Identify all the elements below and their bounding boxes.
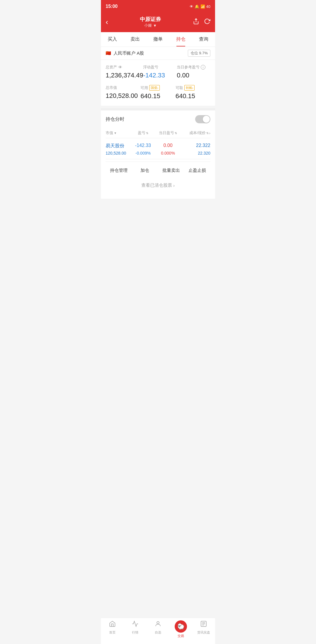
sort-arrow-cost: ⇅ [206,131,209,135]
holdings-title: 持仓分时 [106,116,124,122]
summary-row-1: 总资产 👁 1,236,374.49 浮动盈亏 -142.33 当日参考盈亏 i… [106,65,210,79]
stock-cost-price: 22.322 [181,143,210,149]
total-assets-value: 1,236,374.49 [106,72,143,79]
tab-buy[interactable]: 买入 [101,32,124,46]
position-manage-button[interactable]: 持仓管理 [106,167,132,174]
app-title: 中原证券 [140,16,161,23]
summary-section: 总资产 👁 1,236,374.49 浮动盈亏 -142.33 当日参考盈亏 i… [101,60,215,106]
transfer-badge[interactable]: 转账 › [184,85,195,91]
stock-daily-pnl-pct: 0.000% [155,151,180,155]
header-icons [193,18,210,26]
header-subtitle: 小娅 ▼ [140,23,161,28]
battery-status-icon: 40 [206,4,210,9]
floating-pnl: 浮动盈亏 -142.33 [143,65,177,79]
stock-row: 易天股份 -142.33 0.00 22.322 120,528.00 -0.0… [106,139,210,159]
stock-row-top: 易天股份 -142.33 0.00 22.322 [106,143,210,149]
available-funds: 可用 国债 › 640.15 [140,85,175,100]
withdrawable-value: 640.15 [176,92,210,100]
total-mktval-label: 总市值 [106,85,140,90]
eye-icon[interactable]: 👁 [118,65,122,70]
sort-arrow-pnl: ⇅ [146,131,148,135]
account-bar: 🇨🇳 人民币账户 A股 仓位 9.7% [101,47,215,60]
th-daily-pnl[interactable]: 当日盈亏 ⇅ [155,130,180,136]
user-name: 小娅 [144,23,152,28]
position-badge: 仓位 9.7% [188,50,210,57]
sort-arrow-mktval: ▼ [114,131,117,135]
bell-status-icon: 🔔 [195,4,199,9]
th-pnl[interactable]: 盈亏 ⇅ [130,130,155,136]
withdrawable-label: 可取 转账 › [176,85,210,91]
daily-pnl-value: 0.00 [177,72,210,79]
floating-pnl-label: 浮动盈亏 [143,65,177,70]
total-assets-label: 总资产 👁 [106,65,143,70]
stock-name[interactable]: 易天股份 [106,143,130,149]
info-icon[interactable]: i [201,65,205,70]
stock-row-bottom: 120,528.00 -0.009% 0.000% 22.320 [106,151,210,155]
summary-row-2: 总市值 120,528.00 可用 国债 › 640.15 可取 转账 [106,85,210,100]
stop-loss-button[interactable]: 止盈止损 [184,167,211,174]
tab-sell[interactable]: 卖出 [124,32,147,46]
status-bar: 15:00 👁 🔔 📶 40 [101,0,215,13]
share-icon[interactable] [193,18,199,26]
tab-query[interactable]: 查询 [192,32,215,46]
available-value: 640.15 [140,92,175,100]
guozhai-badge[interactable]: 国债 › [149,85,160,91]
eye-status-icon: 👁 [190,4,193,9]
tab-holdings[interactable]: 持仓 [169,32,192,46]
th-market-value[interactable]: 市值 ▼ [106,130,130,136]
available-label: 可用 国债 › [140,85,175,91]
total-market-value: 总市值 120,528.00 [106,85,140,100]
toggle-knob [203,116,210,123]
refresh-icon[interactable] [204,18,210,26]
section-divider [101,108,215,110]
batch-sell-button[interactable]: 批量卖出 [158,167,184,174]
extra-arrow-icon: › [209,131,210,135]
header: ‹ 中原证券 小娅 ▼ [101,13,215,32]
stock-pnl: -142.33 [130,143,155,149]
th-cost-price[interactable]: 成本/现价 ⇅ › [181,130,210,136]
status-icons: 👁 🔔 📶 40 [190,4,210,9]
tab-cancel[interactable]: 撤单 [147,32,169,46]
holdings-header: 持仓分时 [106,115,210,123]
holdings-time-toggle[interactable] [195,115,210,123]
account-info: 🇨🇳 人民币账户 A股 [106,51,144,56]
cn-flag-icon: 🇨🇳 [106,51,111,56]
back-button[interactable]: ‹ [106,18,108,27]
table-header: 市值 ▼ 盈亏 ⇅ 当日盈亏 ⇅ 成本/现价 ⇅ › [106,128,210,138]
view-cleared-link[interactable]: 查看已清仓股票 › [106,177,210,194]
nav-tabs: 买入 卖出 撤单 持仓 查询 [101,32,215,47]
sort-arrow-daily: ⇅ [175,131,177,135]
action-buttons: 持仓管理 加仓 批量卖出 止盈止损 [106,162,210,177]
header-center: 中原证券 小娅 ▼ [140,16,161,28]
total-mktval-value: 120,528.00 [106,92,140,100]
total-assets: 总资产 👁 1,236,374.49 [106,65,143,79]
signal-status-icon: 📶 [200,4,205,9]
add-position-button[interactable]: 加仓 [132,167,158,174]
floating-pnl-value: -142.33 [143,72,177,79]
holdings-section: 持仓分时 市值 ▼ 盈亏 ⇅ 当日盈亏 ⇅ 成本/现价 ⇅ › [101,110,215,199]
stock-daily-pnl: 0.00 [155,143,180,149]
stock-market-value: 120,528.00 [106,151,130,155]
daily-pnl: 当日参考盈亏 i 0.00 [177,65,210,79]
stock-current-price: 22.320 [181,151,210,155]
status-time: 15:00 [106,4,118,9]
account-name: 人民币账户 A股 [114,51,144,56]
withdrawable-funds: 可取 转账 › 640.15 [176,85,210,100]
view-cleared-arrow: › [173,183,175,188]
dropdown-icon[interactable]: ▼ [153,23,157,28]
daily-pnl-label: 当日参考盈亏 i [177,65,210,70]
stock-pnl-pct: -0.009% [130,151,155,155]
